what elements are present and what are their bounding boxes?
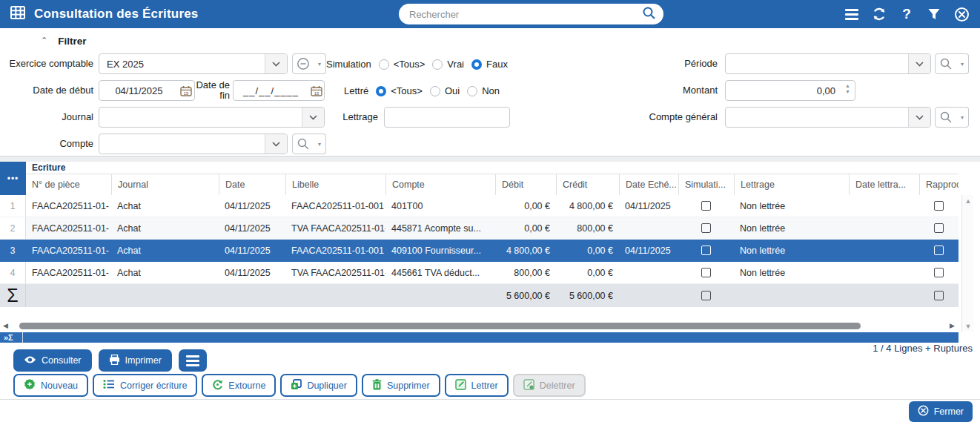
- exercice-label: Exercice comptable: [0, 59, 93, 69]
- scrollbar-thumb[interactable]: [19, 323, 861, 329]
- scroll-left-icon[interactable]: ◀: [3, 322, 8, 329]
- date-debut-field[interactable]: [99, 81, 179, 100]
- chevron-down-icon[interactable]: [908, 54, 930, 73]
- chevron-down-icon[interactable]: [265, 134, 287, 154]
- delettrer-button[interactable]: Delettrer: [513, 374, 586, 397]
- compte-general-select[interactable]: [725, 107, 931, 128]
- table-row[interactable]: 1 FAACA202511-01- Achat 04/11/2025 FAACA…: [0, 195, 959, 217]
- simulation-checkbox[interactable]: [701, 246, 711, 255]
- col-date-lettrage[interactable]: Date lettra...: [849, 174, 919, 195]
- rapprochement-checkbox[interactable]: [934, 268, 944, 277]
- scroll-right-icon[interactable]: ▶: [950, 322, 955, 329]
- scroll-up-icon[interactable]: ▲: [962, 197, 974, 205]
- consulter-button[interactable]: Consulter: [13, 349, 92, 372]
- dupliquer-button[interactable]: Dupliquer: [280, 374, 357, 397]
- simulation-option-tous[interactable]: <Tous>: [379, 59, 426, 70]
- periode-more-dropdown[interactable]: ▾: [956, 53, 969, 74]
- simulation-option-faux[interactable]: Faux: [471, 59, 508, 70]
- collapse-chevron-icon[interactable]: ⌃: [41, 36, 47, 45]
- cell-date-lettrage: [849, 217, 919, 239]
- journal-label: Journal: [0, 112, 93, 122]
- scroll-down-icon[interactable]: ▼: [962, 323, 974, 330]
- lettrage-input[interactable]: [384, 107, 510, 128]
- date-fin-input[interactable]: 15: [233, 80, 325, 101]
- col-date[interactable]: Date: [219, 174, 285, 195]
- compte-search-button[interactable]: [292, 134, 314, 154]
- radio-checked-icon[interactable]: [471, 59, 482, 70]
- col-simulation[interactable]: Simulati...: [678, 174, 734, 195]
- clear-exercice-button[interactable]: [292, 53, 314, 74]
- periode-select[interactable]: [725, 53, 931, 74]
- compte-more-dropdown[interactable]: ▾: [314, 134, 326, 154]
- montant-field[interactable]: [726, 81, 855, 100]
- compte-general-search-button[interactable]: [935, 107, 957, 128]
- fermer-button[interactable]: Fermer: [909, 401, 973, 422]
- montant-input[interactable]: ▲▼: [725, 80, 855, 101]
- col-debit[interactable]: Débit: [495, 174, 556, 195]
- refresh-icon[interactable]: [871, 6, 887, 22]
- date-fin-field[interactable]: [234, 81, 308, 100]
- menu-icon[interactable]: [844, 6, 860, 22]
- compte-select[interactable]: [99, 134, 288, 154]
- calendar-icon[interactable]: 15: [308, 81, 324, 100]
- search-bar[interactable]: [399, 4, 663, 24]
- help-icon[interactable]: ?: [898, 6, 915, 22]
- table-row-selected[interactable]: 3 FAACA202511-01- Achat 04/11/2025 FAACA…: [0, 240, 959, 262]
- col-compte[interactable]: Compte: [385, 174, 495, 195]
- corriger-ecriture-button[interactable]: Corriger écriture: [93, 374, 197, 397]
- grid-options-button[interactable]: •••: [0, 162, 26, 195]
- rapprochement-checkbox[interactable]: [934, 201, 944, 211]
- spinner-up-icon[interactable]: ▲: [845, 84, 850, 88]
- nouveau-button[interactable]: Nouveau: [13, 374, 88, 397]
- col-libelle[interactable]: Libelle: [285, 174, 385, 195]
- exercice-select[interactable]: EX 2025: [99, 53, 288, 74]
- more-actions-button[interactable]: [179, 349, 207, 372]
- imprimer-button[interactable]: Imprimer: [99, 349, 172, 372]
- col-piece[interactable]: N° de pièce: [26, 174, 111, 195]
- search-input[interactable]: [409, 9, 642, 20]
- simulation-checkbox[interactable]: [701, 291, 711, 300]
- filter-header[interactable]: ⌃ Filtrer: [41, 36, 86, 47]
- periode-search-button[interactable]: [935, 53, 957, 74]
- col-rapprochement[interactable]: Rapproc..: [919, 174, 959, 195]
- lettre-option-non[interactable]: Non: [467, 85, 500, 96]
- simulation-label: Simulation: [326, 59, 371, 70]
- close-window-icon[interactable]: [953, 6, 970, 22]
- rapprochement-checkbox[interactable]: [934, 291, 944, 300]
- chevron-down-icon[interactable]: [265, 54, 287, 73]
- radio-icon[interactable]: [467, 86, 477, 96]
- vertical-scrollbar[interactable]: ▲ ▼: [961, 195, 973, 332]
- radio-icon[interactable]: [379, 59, 389, 70]
- filter-icon[interactable]: [926, 6, 942, 22]
- radio-icon[interactable]: [432, 59, 443, 70]
- spinner-down-icon[interactable]: ▼: [845, 90, 850, 94]
- col-date-echeance[interactable]: Date Eché...: [619, 174, 678, 195]
- montant-spinner[interactable]: ▲▼: [845, 84, 850, 94]
- radio-checked-icon[interactable]: [376, 86, 386, 96]
- cell-compte: 445871 Acompte su...: [385, 217, 495, 239]
- exercice-more-dropdown[interactable]: ▾: [314, 53, 326, 74]
- rapprochement-checkbox[interactable]: [934, 223, 944, 233]
- supprimer-button[interactable]: Supprimer: [362, 374, 440, 397]
- rapprochement-checkbox[interactable]: [934, 246, 944, 255]
- date-debut-input[interactable]: 15: [99, 80, 195, 101]
- col-lettrage[interactable]: Lettrage: [734, 174, 849, 195]
- col-credit[interactable]: Crédit: [556, 174, 619, 195]
- col-journal[interactable]: Journal: [111, 174, 219, 195]
- horizontal-scrollbar[interactable]: ◀ ▶: [0, 320, 961, 332]
- table-row[interactable]: 2 FAACA202511-01- Achat 04/11/2025 TVA F…: [0, 217, 959, 240]
- simulation-option-vrai[interactable]: Vrai: [432, 59, 464, 70]
- lettrer-button[interactable]: Lettrer: [445, 374, 509, 397]
- chevron-down-icon[interactable]: [908, 108, 930, 127]
- simulation-checkbox[interactable]: [701, 268, 711, 277]
- simulation-checkbox[interactable]: [701, 201, 711, 211]
- table-row[interactable]: 4 FAACA202511-01- Achat 04/11/2025 TVA F…: [0, 262, 959, 284]
- radio-icon[interactable]: [430, 86, 440, 96]
- compte-general-more-dropdown[interactable]: ▾: [956, 107, 969, 128]
- lettre-option-oui[interactable]: Oui: [430, 85, 460, 96]
- lettre-option-tous[interactable]: <Tous>: [376, 85, 423, 96]
- simulation-checkbox[interactable]: [701, 223, 711, 233]
- lettrage-field[interactable]: [385, 108, 509, 127]
- extourne-button[interactable]: Extourne: [202, 374, 276, 397]
- search-icon[interactable]: [642, 6, 656, 23]
